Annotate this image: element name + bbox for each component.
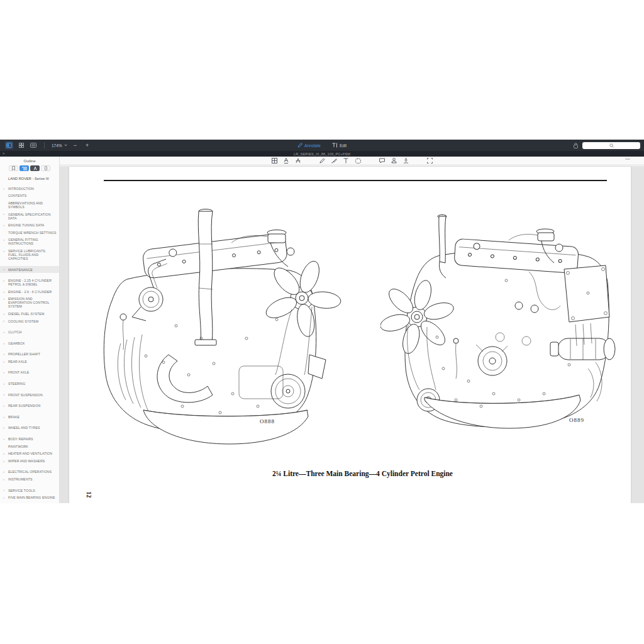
sidebar-item[interactable]: › ENGINE - 2.6 - 6 CYLINDER bbox=[0, 288, 59, 296]
outline-root-item[interactable]: LAND ROVER - Series III bbox=[0, 171, 59, 180]
zoom-in-button[interactable]: + bbox=[83, 143, 91, 148]
chevron-right-icon[interactable]: › bbox=[3, 404, 4, 408]
sidebar-item[interactable]: › GENERAL SPECIFICATION DATA bbox=[0, 211, 59, 222]
document-tab-title[interactable]: LR_SERIES_III_88_109_PC+FSM bbox=[294, 152, 350, 156]
search-icon bbox=[609, 143, 614, 148]
sidebar-item[interactable]: › ENGINE TUNING DATA bbox=[0, 221, 59, 229]
thumbnail-view-button[interactable] bbox=[29, 142, 37, 149]
sidebar-item[interactable]: › SERVICE LUBRICANTS, FUEL, FLUIDS AND C… bbox=[0, 247, 59, 262]
sidebar-item[interactable]: › COOLING SYSTEM bbox=[0, 318, 59, 325]
sidebar-toggle-button[interactable] bbox=[5, 142, 13, 149]
sidebar-item[interactable]: › FRONT SUSPENSION bbox=[0, 391, 59, 399]
sidebar-item[interactable]: › GEARBOX bbox=[0, 340, 59, 347]
chevron-right-icon[interactable]: › bbox=[3, 470, 4, 474]
close-tab-button[interactable]: × bbox=[3, 152, 5, 156]
chevron-right-icon[interactable]: › bbox=[3, 415, 4, 419]
sidebar-item[interactable]: › DIESEL FUEL SYSTEM bbox=[0, 310, 59, 318]
chevron-right-icon[interactable]: › bbox=[3, 223, 4, 227]
chevron-right-icon[interactable]: › bbox=[3, 330, 4, 334]
chevron-right-icon[interactable]: › bbox=[3, 496, 4, 499]
marker-tool-button[interactable] bbox=[331, 158, 337, 164]
sidebar-item[interactable]: › ELECTRICAL OPERATIONS bbox=[0, 469, 59, 476]
sidebar-item[interactable]: › PROPELLER SHAFT bbox=[0, 351, 59, 358]
sidebar-item[interactable]: › FIVE MAIN BEARING ENGINE bbox=[0, 494, 59, 501]
sidebar-item[interactable]: TORQUE WRENCH SETTINGS bbox=[0, 229, 59, 236]
chevron-right-icon[interactable]: › bbox=[3, 297, 4, 301]
underline-text-tool-button[interactable] bbox=[283, 158, 289, 164]
pages-tab[interactable] bbox=[41, 165, 50, 171]
sidebar-item[interactable]: › BODY REPAIRS bbox=[0, 435, 59, 443]
sidebar-item[interactable]: › REAR AXLE bbox=[0, 358, 59, 365]
sidebar-item-label: WHEEL AND TYRES bbox=[8, 426, 40, 430]
figure-label-left: O888 bbox=[260, 418, 275, 425]
sidebar-item[interactable]: › MAINTENANCE bbox=[0, 266, 59, 274]
sidebar-item[interactable]: › GENERAL FITTING INSTRUCTIONS bbox=[0, 236, 59, 248]
chevron-right-icon[interactable]: › bbox=[3, 459, 4, 463]
chevron-right-icon[interactable]: › bbox=[3, 249, 4, 253]
sidebar-item-label: STEERING bbox=[8, 382, 25, 386]
chevron-right-icon[interactable]: › bbox=[3, 279, 4, 282]
grid-view-button[interactable] bbox=[17, 142, 25, 149]
edit-mode-tab[interactable]: Edit bbox=[332, 143, 347, 148]
zoom-level-dropdown[interactable]: 174% bbox=[52, 143, 67, 148]
figure-label-right: O889 bbox=[569, 417, 584, 423]
sidebar-item[interactable]: › INTRODUCTION bbox=[0, 185, 59, 192]
chevron-right-icon[interactable]: › bbox=[3, 426, 4, 430]
sidebar-item[interactable]: › SERVICE TOOLS bbox=[0, 487, 59, 494]
add-item-button[interactable]: + Add Item bbox=[0, 501, 59, 503]
sidebar-item[interactable]: › BRAKE bbox=[0, 413, 59, 421]
search-input[interactable] bbox=[582, 142, 640, 149]
scrollbar-indicator[interactable] bbox=[625, 158, 630, 160]
chevron-right-icon[interactable]: › bbox=[3, 360, 4, 364]
stamp-tool-button[interactable] bbox=[391, 158, 397, 164]
grid-view-icon bbox=[19, 143, 24, 148]
main-toolbar: 174% − + Annotate Edit bbox=[0, 140, 644, 151]
chevron-right-icon[interactable]: › bbox=[3, 452, 4, 455]
lock-icon[interactable] bbox=[574, 143, 578, 148]
chevron-right-icon[interactable]: › bbox=[3, 267, 4, 271]
highlight-tool-button[interactable] bbox=[271, 158, 277, 164]
chevron-right-icon[interactable]: › bbox=[3, 382, 4, 386]
chevron-right-icon[interactable]: › bbox=[3, 341, 4, 345]
annotations-tab[interactable] bbox=[30, 165, 40, 171]
chevron-right-icon[interactable]: › bbox=[3, 319, 4, 323]
sidebar-item[interactable]: › FRONT AXLE bbox=[0, 369, 59, 377]
sidebar-item[interactable]: PAINTWORK bbox=[0, 443, 59, 450]
chevron-right-icon[interactable]: › bbox=[3, 290, 4, 294]
pdf-page: O888 O889 2¼ Litre—Three Main Bearing—4 … bbox=[69, 167, 631, 503]
sidebar-item-label: ABBREVIATIONS AND SYMBOLS bbox=[8, 201, 43, 209]
sidebar-item[interactable]: › WIPER AND WASHERS bbox=[0, 457, 59, 465]
chevron-right-icon[interactable]: › bbox=[3, 352, 4, 356]
sidebar-item[interactable]: › ENGINE - 2.25 4 CYLINDER PETROL & DIES… bbox=[0, 277, 59, 288]
sidebar-item[interactable]: › STEERING bbox=[0, 380, 59, 387]
chevron-right-icon[interactable]: › bbox=[3, 212, 4, 216]
chevron-right-icon[interactable]: › bbox=[3, 392, 4, 396]
annotate-mode-tab[interactable]: Annotate bbox=[297, 143, 321, 148]
sidebar-item[interactable]: ABBREVIATIONS AND SYMBOLS bbox=[0, 199, 59, 211]
chevron-right-icon[interactable]: › bbox=[3, 437, 4, 441]
zoom-out-button[interactable]: − bbox=[71, 143, 79, 148]
pencil-tool-button[interactable] bbox=[319, 158, 325, 164]
sidebar-item[interactable]: › CLUTCH bbox=[0, 328, 59, 336]
sidebar-item[interactable]: › EMISSION AND EVAPORATION CONTROL SYSTE… bbox=[0, 296, 59, 311]
fullscreen-tool-button[interactable] bbox=[426, 158, 433, 164]
chevron-right-icon[interactable]: › bbox=[3, 312, 4, 316]
document-canvas[interactable]: O888 O889 2¼ Litre—Three Main Bearing—4 … bbox=[60, 166, 644, 503]
sidebar-item[interactable]: › HEATER AND VENTILATION bbox=[0, 450, 59, 457]
chevron-right-icon[interactable]: › bbox=[3, 488, 4, 492]
sidebar-item[interactable]: › WHEEL AND TYRES bbox=[0, 425, 59, 432]
signature-tool-button[interactable] bbox=[402, 158, 409, 164]
shape-tool-button[interactable] bbox=[355, 158, 361, 164]
chevron-right-icon[interactable]: › bbox=[3, 370, 4, 374]
outline-tab[interactable] bbox=[19, 165, 29, 171]
sidebar-item[interactable]: › REAR SUSPENSION bbox=[0, 402, 59, 409]
chevron-right-icon[interactable]: › bbox=[3, 238, 4, 242]
bookmarks-tab[interactable] bbox=[9, 165, 18, 171]
sidebar-item[interactable]: › INSTRUMENTS bbox=[0, 475, 59, 483]
chevron-right-icon[interactable]: › bbox=[3, 187, 4, 191]
text-tool-button[interactable] bbox=[343, 158, 349, 164]
sidebar-item[interactable]: CONTENTS bbox=[0, 192, 59, 200]
note-tool-button[interactable] bbox=[379, 158, 385, 164]
chevron-right-icon[interactable]: › bbox=[3, 477, 4, 481]
strikethrough-text-tool-button[interactable] bbox=[295, 158, 301, 164]
